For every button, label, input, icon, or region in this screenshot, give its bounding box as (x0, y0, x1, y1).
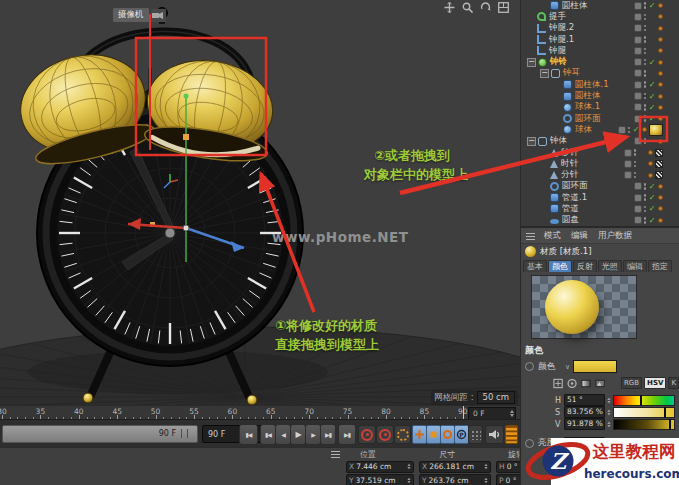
object-label[interactable]: 管道 (562, 203, 579, 215)
camera-icon[interactable] (151, 9, 166, 22)
expand-toggle-icon[interactable]: − (527, 137, 536, 146)
visibility-toggle-icon[interactable] (634, 216, 642, 224)
enabled-check-icon[interactable]: ✓ (648, 216, 656, 225)
menu-item[interactable]: 模式 (544, 230, 561, 242)
sound-button[interactable] (485, 425, 504, 444)
visibility-dots-icon[interactable] (644, 217, 647, 224)
object-row[interactable]: 管道✓ (521, 203, 679, 214)
material-tag-icon[interactable] (649, 124, 663, 136)
transform-field[interactable]: Y37.519 cm (346, 474, 414, 485)
key-scale-toggle[interactable] (426, 425, 441, 444)
visibility-dots-icon[interactable] (644, 59, 647, 66)
object-row[interactable]: −钟耳 (521, 68, 679, 79)
transform-field[interactable]: X266.181 cm (419, 461, 491, 473)
visibility-dots-icon[interactable] (628, 127, 631, 134)
playhead[interactable] (463, 406, 465, 420)
goto-start-button[interactable]: ▮◀ (239, 424, 258, 445)
key-parameter-toggle[interactable]: P (454, 425, 469, 444)
object-label[interactable]: 钟腿 (549, 45, 566, 57)
visibility-toggle-icon[interactable] (624, 171, 632, 179)
hsv-value-field[interactable]: 51 ° (564, 394, 605, 406)
prev-frame-button[interactable]: ◀ (275, 424, 291, 445)
visibility-toggle-icon[interactable] (634, 24, 642, 32)
display-tag-icon[interactable] (655, 171, 663, 179)
visibility-toggle-icon[interactable] (634, 182, 642, 190)
visibility-dots-icon[interactable] (644, 25, 647, 32)
visibility-dots-icon[interactable] (644, 138, 647, 145)
rotate-view-icon[interactable] (480, 2, 491, 13)
material-tab[interactable]: 反射 (573, 260, 597, 272)
layer-dot-icon[interactable] (658, 26, 663, 31)
object-row[interactable]: 钟腿.1 (521, 34, 679, 45)
visibility-dots-icon[interactable] (644, 115, 647, 122)
object-label[interactable]: 提手 (549, 11, 566, 23)
key-pla-toggle[interactable] (468, 425, 483, 444)
object-row[interactable]: 球体✓ (521, 124, 679, 135)
hsv-value-field[interactable]: 83.756 % (564, 406, 605, 418)
visibility-toggle-icon[interactable] (634, 103, 642, 111)
menu-item[interactable]: 编辑 (571, 230, 588, 242)
visibility-toggle-icon[interactable] (634, 92, 642, 100)
expand-toggle-icon[interactable]: − (527, 58, 536, 67)
object-row[interactable]: 管道.1✓ (521, 192, 679, 203)
enabled-check-icon[interactable]: ✓ (632, 125, 640, 134)
film-bars-icon[interactable] (505, 425, 518, 444)
visibility-dots-icon[interactable] (644, 70, 647, 77)
material-tab[interactable]: 编辑 (623, 260, 647, 272)
record-keyframe-button[interactable] (358, 425, 376, 444)
visibility-dots-icon[interactable] (644, 81, 647, 88)
play-button[interactable]: ▶ (290, 424, 306, 445)
transform-field[interactable]: Y263.76 cm (419, 474, 491, 485)
enabled-check-icon[interactable]: ✓ (648, 204, 656, 213)
enabled-check-icon[interactable]: ✓ (648, 80, 656, 89)
goto-end-button[interactable]: ▶▮ (338, 424, 356, 445)
visibility-dots-icon[interactable] (644, 93, 647, 100)
visibility-dots-icon[interactable] (644, 36, 647, 43)
material-name-row[interactable]: 材质 [材质.1] (521, 244, 679, 259)
visibility-dots-icon[interactable] (634, 161, 637, 168)
color-mode-button[interactable]: HSV (644, 377, 666, 389)
material-preview[interactable] (531, 275, 637, 339)
toggle-view-icon[interactable] (498, 2, 509, 13)
camera-label[interactable]: 摄像机 (113, 8, 149, 22)
display-tag-icon[interactable] (655, 149, 663, 157)
layer-dot-icon[interactable] (648, 150, 653, 155)
layer-dot-icon[interactable] (658, 37, 663, 42)
layer-dot-icon[interactable] (648, 161, 653, 166)
object-label[interactable]: 秒针 (561, 147, 578, 159)
object-label[interactable]: 钟耳 (563, 67, 580, 79)
enabled-check-icon[interactable]: ✓ (648, 58, 656, 67)
visibility-dots-icon[interactable] (634, 149, 637, 156)
layer-dot-icon[interactable] (658, 218, 663, 223)
visibility-toggle-icon[interactable] (634, 47, 642, 55)
object-row[interactable]: 秒针 (521, 147, 679, 158)
color-mode-button[interactable]: RGB (621, 377, 642, 389)
object-row[interactable]: 圆柱体✓ (521, 90, 679, 101)
object-row[interactable]: 球体.1✓ (521, 102, 679, 113)
layer-dot-icon[interactable] (658, 14, 663, 19)
image-texture-icon[interactable] (595, 378, 605, 389)
visibility-dots-icon[interactable] (644, 2, 647, 9)
hsv-value-field[interactable]: 91.878 % (564, 418, 605, 430)
visibility-toggle-icon[interactable] (634, 81, 642, 89)
autokey-button[interactable] (376, 425, 394, 444)
screen-picker-icon[interactable] (553, 378, 563, 389)
material-tab[interactable]: 指定 (648, 260, 672, 272)
enabled-check-icon[interactable]: ✓ (648, 193, 656, 202)
layer-dot-icon[interactable] (658, 71, 663, 76)
key-position-toggle[interactable] (412, 425, 427, 444)
transform-field[interactable]: X7.446 cm (346, 461, 414, 473)
visibility-toggle-icon[interactable] (634, 69, 642, 77)
timeline-slider[interactable]: 90 F (2, 425, 198, 443)
key-rotation-toggle[interactable] (440, 425, 455, 444)
layer-dot-icon[interactable] (658, 105, 663, 110)
layer-dot-icon[interactable] (658, 94, 663, 99)
object-row[interactable]: 分针 (521, 169, 679, 180)
layer-dot-icon[interactable] (658, 206, 663, 211)
timeline-ruler[interactable]: 30354045505560657075808590 0 F (0, 405, 520, 420)
layer-dot-icon[interactable] (658, 60, 663, 65)
material-tab[interactable]: 颜色 (548, 260, 572, 272)
object-label[interactable]: 钟铃 (550, 56, 567, 68)
visibility-dots-icon[interactable] (634, 172, 637, 179)
layer-dot-icon[interactable] (658, 82, 663, 87)
